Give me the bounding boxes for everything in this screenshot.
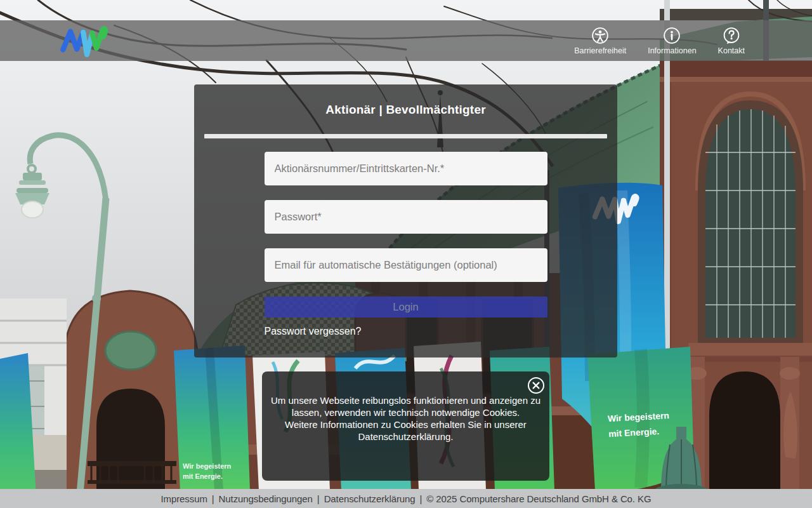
footer-separator: | xyxy=(212,493,214,504)
footer-separator: | xyxy=(420,493,422,504)
login-card: Aktionär | Bevollmächtigter Login Passwo… xyxy=(194,84,617,358)
shareholder-number-input[interactable] xyxy=(265,152,547,185)
help-icon xyxy=(723,27,740,44)
nav-barrierefreiheit[interactable]: Barrierefreiheit xyxy=(574,27,626,55)
header-nav: Barrierefreiheit Informationen Kontakt xyxy=(574,27,745,55)
close-icon xyxy=(527,377,545,394)
footer-link-datenschutzerklaerung[interactable]: Datenschutzerklärung xyxy=(324,493,416,504)
footer-link-nutzungsbedingungen[interactable]: Nutzungsbedingungen xyxy=(219,493,313,504)
cookie-close-button[interactable] xyxy=(527,377,545,394)
nav-label: Kontakt xyxy=(718,46,745,55)
footer-separator: | xyxy=(317,493,320,504)
nav-informationen[interactable]: Informationen xyxy=(648,27,696,55)
cookie-banner: Um unsere Webseite reibungslos funktioni… xyxy=(262,371,549,481)
accessibility-icon xyxy=(591,27,609,44)
header-bar: Barrierefreiheit Informationen Kontakt xyxy=(0,20,812,61)
login-form: Login Passwort vergessen? xyxy=(265,152,547,337)
mvv-logo[interactable] xyxy=(60,24,108,57)
nav-kontakt[interactable]: Kontakt xyxy=(718,27,745,55)
login-title: Aktionär | Bevollmächtigter xyxy=(204,102,607,117)
email-input[interactable] xyxy=(265,248,547,282)
mvv-logo-icon xyxy=(60,24,108,57)
footer-link-impressum[interactable]: Impressum xyxy=(161,493,207,504)
nav-label: Barrierefreiheit xyxy=(574,46,626,55)
login-button[interactable]: Login xyxy=(265,297,547,318)
footer-copyright: © 2025 Computershare Deutschland GmbH & … xyxy=(426,493,651,504)
footer-bar: Impressum | Nutzungsbedingungen | Datens… xyxy=(0,489,812,508)
flag-slogan-text: mit Energie. xyxy=(183,472,223,480)
flag-slogan-text: Wir begeistern xyxy=(183,462,232,470)
info-icon xyxy=(663,27,681,44)
cookie-text-line2[interactable]: Weitere Informationen zu Cookies erhalte… xyxy=(265,418,547,443)
nav-label: Informationen xyxy=(648,46,696,55)
title-underline xyxy=(204,134,607,138)
page: Wir begeistern mit Energie. Wir begeiste… xyxy=(0,0,812,508)
password-input[interactable] xyxy=(265,200,547,234)
forgot-password-link[interactable]: Passwort vergessen? xyxy=(265,326,362,337)
cookie-text-line1: Um unsere Webseite reibungslos funktioni… xyxy=(265,394,547,418)
